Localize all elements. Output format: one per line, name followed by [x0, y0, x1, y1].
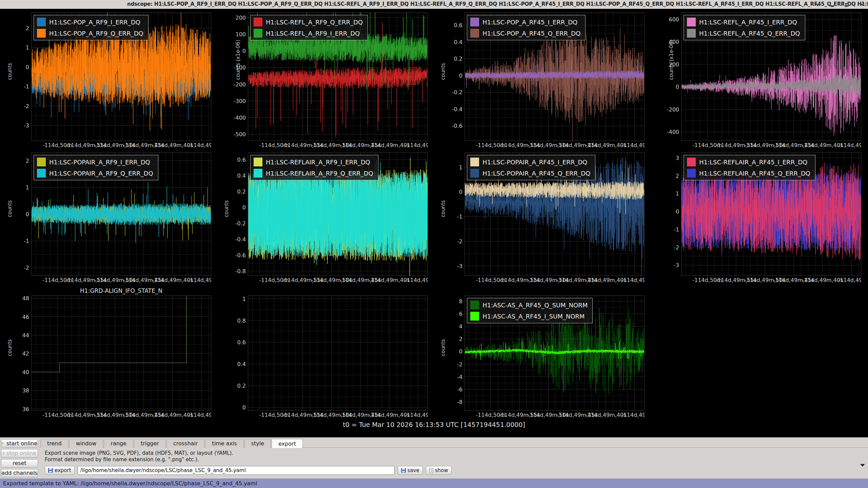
y-tick-label: 200 — [669, 61, 679, 67]
button-label: reset — [13, 460, 26, 466]
y-axis[interactable]: counts10-1-2-3 — [435, 152, 465, 276]
chevron-down-icon[interactable] — [860, 464, 865, 467]
show-button[interactable]: show — [426, 466, 452, 475]
x-axis[interactable]: -114d,50m-114d,49m,55s-114d,49m,50s-114d… — [31, 141, 211, 149]
reset-button[interactable]: reset — [1, 459, 38, 467]
start-online-button[interactable]: start online — [1, 439, 38, 447]
y-tick-label: -1 — [457, 214, 462, 220]
y-tick-label: 3 — [676, 155, 679, 161]
plot-canvas[interactable] — [31, 296, 211, 411]
tab-crosshair[interactable]: crosshair — [166, 439, 204, 448]
plot-canvas[interactable] — [248, 296, 428, 411]
window-title: ndscope: H1:LSC-POP_A_RF9_I_ERR_DQ H1:LS… — [127, 1, 868, 7]
x-tick-label: -114d,49m,40s — [152, 277, 193, 283]
gap — [0, 430, 868, 437]
y-tick-label: 6 — [459, 310, 462, 317]
control-panel: start onlinestop onlineresetadd channels… — [0, 437, 868, 479]
y-tick-label: 0.4 — [237, 172, 246, 179]
y-axis[interactable]: counts210-1-2-3 — [2, 13, 31, 141]
y-tick-label: -2 — [674, 244, 679, 250]
legend-swatch-icon — [470, 158, 479, 166]
y-axis[interactable]: 3210-1-2-3 — [652, 152, 681, 276]
legend-entry: H1:LSC-POPAIR_A_RF45_I_ERR_DQ — [470, 158, 590, 166]
plot-lsc-popair-rf45[interactable]: counts10-1-2-3H1:LSC-POPAIR_A_RF45_I_ERR… — [434, 149, 651, 284]
plot-legend[interactable]: H1:LSC-REFLAIR_A_RF9_I_ERR_DQH1:LSC-REFL… — [250, 155, 378, 180]
x-axis[interactable]: -114d,50m-114d,49m,55s-114d,49m,50s-114d… — [248, 411, 428, 419]
y-axis[interactable]: counts86420-2-4-6-8 — [435, 296, 465, 411]
x-axis[interactable]: -114d,50m-114d,49m,55s-114d,49m,50s-114d… — [248, 141, 428, 149]
x-tick-label: -114d,49r — [622, 412, 645, 418]
legend-entry: H1:LSC-POP_A_RF45_I_ERR_DQ — [470, 18, 580, 26]
y-axis[interactable]: counts48464442403836 — [2, 296, 31, 411]
tab-trend[interactable]: trend — [40, 439, 68, 448]
button-label: add channels — [1, 470, 38, 476]
x-axis[interactable]: -114d,50m-114d,49m,55s-114d,49m,50s-114d… — [465, 276, 645, 284]
x-tick-label: -114d,49m,40s — [802, 277, 843, 283]
export-button[interactable]: export — [45, 466, 75, 475]
x-axis[interactable]: -114d,50m-114d,49m,55s-114d,49m,50s-114d… — [465, 411, 645, 419]
plot-grd-align-ifo-state[interactable]: H1:GRD-ALIGN_IFO_STATE_Ncounts4846444240… — [1, 284, 217, 419]
legend-entry-label: H1:LSC-REFLAIR_A_RF45_Q_ERR_DQ — [699, 170, 810, 177]
x-axis[interactable]: -114d,50m-114d,49m,55s-114d,49m,50s-114d… — [465, 141, 645, 149]
y-tick-label: 0 — [459, 72, 462, 79]
legend-swatch-icon — [687, 158, 696, 166]
shade-window-icon[interactable] — [814, 2, 820, 7]
y-axis[interactable]: counts0.60.40.20-0.2-0.4-0.6-0.8 — [219, 152, 248, 276]
x-tick-label: -114d,49m,40s — [369, 412, 410, 418]
x-axis[interactable]: -114d,50m-114d,49m,55s-114d,49m,50s-114d… — [681, 276, 861, 284]
y-tick-label: 0 — [459, 189, 462, 195]
y-axis[interactable]: counts (x1e-06)6004002000-200-400 — [652, 13, 681, 141]
plot-legend[interactable]: H1:LSC-REFL_A_RF9_Q_ERR_DQH1:LSC-REFL_A_… — [250, 15, 368, 40]
plot-lsc-reflair-rf9[interactable]: counts0.60.40.20-0.2-0.4-0.6-0.8H1:LSC-R… — [217, 149, 434, 284]
plot-lsc-refl-rf45[interactable]: counts (x1e-06)6004002000-200-400H1:LSC-… — [651, 9, 867, 149]
tab-time-axis[interactable]: time axis — [205, 439, 243, 448]
y-tick-label: 2 — [459, 336, 462, 342]
plot-legend[interactable]: H1:LSC-POP_A_RF45_I_ERR_DQH1:LSC-POP_A_R… — [467, 15, 586, 40]
plot-legend[interactable]: H1:LSC-REFLAIR_A_RF45_I_ERR_DQH1:LSC-REF… — [684, 155, 815, 180]
plot-lsc-pop-rf9[interactable]: counts210-1-2-3H1:LSC-POP_A_RF9_I_ERR_DQ… — [1, 9, 217, 149]
legend-entry-label: H1:LSC-POPAIR_A_RF9_I_ERR_DQ — [49, 159, 150, 166]
y-tick-label: -2 — [24, 103, 29, 109]
y-axis[interactable]: counts0.60.40.20-0.2-0.4-0.6 — [435, 13, 465, 141]
save-button[interactable]: save — [398, 466, 423, 475]
y-tick-label: 0.6 — [237, 157, 246, 163]
stop-icon — [3, 452, 4, 455]
maximize-window-icon[interactable] — [844, 2, 850, 7]
add-channels-button[interactable]: add channels — [1, 469, 38, 477]
export-path-input[interactable] — [78, 466, 395, 475]
plot-lsc-popair-rf9[interactable]: counts210-1-2H1:LSC-POPAIR_A_RF9_I_ERR_D… — [1, 149, 217, 284]
y-tick-label: 0 — [242, 48, 246, 54]
plot-lsc-reflair-rf45[interactable]: 3210-1-2-3H1:LSC-REFLAIR_A_RF45_I_ERR_DQ… — [651, 149, 867, 284]
plot-legend[interactable]: H1:LSC-REFL_A_RF45_I_ERR_DQH1:LSC-REFL_A… — [684, 15, 805, 40]
tab-export[interactable]: export — [272, 439, 303, 448]
y-axis[interactable]: counts (x1e-06)2001000-100-200-300-400-5… — [219, 13, 248, 141]
plot-legend[interactable]: H1:LSC-POP_A_RF9_I_ERR_DQH1:LSC-POP_A_RF… — [34, 15, 149, 40]
x-axis[interactable]: -114d,50m-114d,49m,55s-114d,49m,50s-114d… — [31, 411, 211, 419]
tab-trigger[interactable]: trigger — [134, 439, 166, 448]
plot-asc-as-rf45-sum[interactable]: counts86420-2-4-6-8H1:ASC-AS_A_RF45_Q_SU… — [434, 284, 651, 419]
y-tick-label: 0 — [676, 208, 679, 215]
close-window-icon[interactable]: ✕ — [859, 2, 865, 7]
y-axis[interactable]: counts210-1-2 — [2, 152, 31, 276]
y-tick-label: -1 — [24, 238, 29, 244]
plot-legend[interactable]: H1:LSC-POPAIR_A_RF45_I_ERR_DQH1:LSC-POPA… — [467, 155, 595, 180]
x-axis[interactable]: -114d,50m-114d,49m,55s-114d,49m,50s-114d… — [681, 141, 861, 149]
tab-range[interactable]: range — [104, 439, 133, 448]
tab-window[interactable]: window — [69, 439, 103, 448]
y-axis[interactable]: 10.80.60.40.20 — [219, 296, 248, 411]
minimize-window-icon[interactable] — [829, 2, 835, 7]
plot-legend[interactable]: H1:LSC-POPAIR_A_RF9_I_ERR_DQH1:LSC-POPAI… — [34, 155, 158, 180]
play-icon — [2, 442, 4, 445]
x-axis[interactable]: -114d,50m-114d,49m,55s-114d,49m,50s-114d… — [31, 276, 211, 284]
x-tick-label: -114d,49r — [622, 142, 645, 148]
plot-legend[interactable]: H1:ASC-AS_A_RF45_Q_SUM_NORMH1:ASC-AS_A_R… — [467, 298, 593, 323]
tab-style[interactable]: style — [244, 439, 271, 448]
legend-entry: H1:LSC-REFLAIR_A_RF9_I_ERR_DQ — [254, 158, 373, 166]
y-axis-unit-label: counts (x1e-06) — [668, 40, 674, 80]
plot-lsc-refl-rf9[interactable]: counts (x1e-06)2001000-100-200-300-400-5… — [217, 9, 434, 149]
y-tick-label: 2 — [26, 25, 29, 31]
x-axis[interactable]: -114d,50m-114d,49m,55s-114d,49m,50s-114d… — [248, 276, 428, 284]
plot-lsc-pop-rf45[interactable]: counts0.60.40.20-0.2-0.4-0.6H1:LSC-POP_A… — [434, 9, 651, 149]
plot-empty-axes[interactable]: 10.80.60.40.20-114d,50m-114d,49m,55s-114… — [217, 284, 434, 419]
x-tick-label: -114d,49r — [405, 277, 428, 283]
